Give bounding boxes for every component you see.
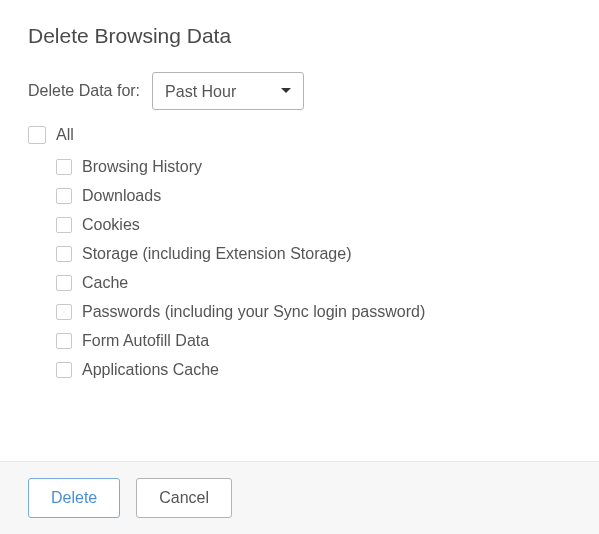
checkbox-label: Downloads [82, 187, 161, 205]
checkbox-storage[interactable] [56, 246, 72, 262]
checkbox-label: Cache [82, 274, 128, 292]
checkbox-label: Browsing History [82, 158, 202, 176]
checkbox-passwords[interactable] [56, 304, 72, 320]
data-type-list: Browsing History Downloads Cookies Stora… [56, 158, 571, 379]
checkbox-label: Storage (including Extension Storage) [82, 245, 352, 263]
delete-browsing-data-dialog: Delete Browsing Data Delete Data for: Pa… [0, 0, 599, 534]
button-bar: Delete Cancel [0, 461, 599, 534]
checkbox-row-all: All [28, 126, 571, 144]
dialog-content: Delete Browsing Data Delete Data for: Pa… [0, 0, 599, 461]
time-range-select[interactable]: Past Hour [152, 72, 304, 110]
checkbox-row-cache: Cache [56, 274, 571, 292]
checkbox-row-passwords: Passwords (including your Sync login pas… [56, 303, 571, 321]
checkbox-cookies[interactable] [56, 217, 72, 233]
checkbox-label: Passwords (including your Sync login pas… [82, 303, 425, 321]
checkbox-form-autofill[interactable] [56, 333, 72, 349]
checkbox-label: Applications Cache [82, 361, 219, 379]
checkbox-row-browsing-history: Browsing History [56, 158, 571, 176]
checkbox-label: Form Autofill Data [82, 332, 209, 350]
checkbox-browsing-history[interactable] [56, 159, 72, 175]
checkbox-downloads[interactable] [56, 188, 72, 204]
checkbox-row-applications-cache: Applications Cache [56, 361, 571, 379]
checkbox-applications-cache[interactable] [56, 362, 72, 378]
checkbox-label-all: All [56, 126, 74, 144]
time-range-select-wrap: Past Hour [152, 72, 304, 110]
checkbox-row-downloads: Downloads [56, 187, 571, 205]
cancel-button[interactable]: Cancel [136, 478, 232, 518]
time-range-row: Delete Data for: Past Hour [28, 72, 571, 110]
delete-button[interactable]: Delete [28, 478, 120, 518]
checkbox-all[interactable] [28, 126, 46, 144]
checkbox-row-form-autofill: Form Autofill Data [56, 332, 571, 350]
dialog-title: Delete Browsing Data [28, 24, 571, 48]
checkbox-cache[interactable] [56, 275, 72, 291]
checkbox-label: Cookies [82, 216, 140, 234]
checkbox-row-cookies: Cookies [56, 216, 571, 234]
time-range-label: Delete Data for: [28, 82, 140, 100]
checkbox-row-storage: Storage (including Extension Storage) [56, 245, 571, 263]
